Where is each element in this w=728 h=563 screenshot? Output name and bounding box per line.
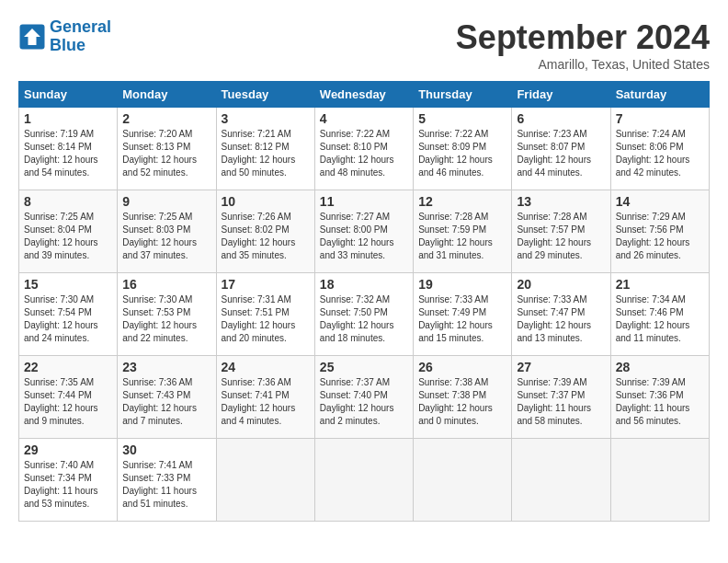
day-info: Sunrise: 7:20 AM Sunset: 8:13 PM Dayligh…	[122, 128, 210, 179]
calendar-week-row: 22 Sunrise: 7:35 AM Sunset: 7:44 PM Dayl…	[19, 356, 710, 439]
weekday-header: Friday	[512, 82, 610, 108]
logo-text: General Blue	[50, 18, 111, 55]
day-number: 7	[616, 111, 704, 126]
day-info: Sunrise: 7:23 AM Sunset: 8:07 PM Dayligh…	[517, 128, 605, 179]
day-info: Sunrise: 7:28 AM Sunset: 7:57 PM Dayligh…	[517, 211, 605, 262]
calendar-week-row: 29 Sunrise: 7:40 AM Sunset: 7:34 PM Dayl…	[19, 439, 710, 522]
calendar-day-cell	[414, 439, 512, 522]
day-number: 10	[222, 194, 310, 209]
day-info: Sunrise: 7:39 AM Sunset: 7:36 PM Dayligh…	[616, 376, 704, 428]
calendar-day-cell	[314, 439, 413, 522]
logo: General Blue	[18, 18, 111, 55]
day-info: Sunrise: 7:31 AM Sunset: 7:51 PM Dayligh…	[222, 293, 310, 345]
day-number: 9	[122, 194, 210, 209]
day-info: Sunrise: 7:28 AM Sunset: 7:59 PM Dayligh…	[418, 211, 506, 262]
calendar-day-cell: 21 Sunrise: 7:34 AM Sunset: 7:46 PM Dayl…	[610, 273, 709, 356]
calendar-week-row: 8 Sunrise: 7:25 AM Sunset: 8:04 PM Dayli…	[19, 190, 710, 273]
header-row: SundayMondayTuesdayWednesdayThursdayFrid…	[19, 82, 710, 108]
day-number: 4	[320, 111, 408, 126]
day-number: 18	[320, 277, 408, 292]
day-info: Sunrise: 7:27 AM Sunset: 8:00 PM Dayligh…	[320, 211, 408, 262]
day-info: Sunrise: 7:41 AM Sunset: 7:33 PM Dayligh…	[122, 459, 210, 511]
day-info: Sunrise: 7:38 AM Sunset: 7:38 PM Dayligh…	[418, 376, 506, 428]
weekday-header: Saturday	[610, 82, 709, 108]
calendar-day-cell: 9 Sunrise: 7:25 AM Sunset: 8:03 PM Dayli…	[118, 190, 216, 273]
calendar-day-cell: 13 Sunrise: 7:28 AM Sunset: 7:57 PM Dayl…	[512, 190, 610, 273]
calendar-day-cell: 19 Sunrise: 7:33 AM Sunset: 7:49 PM Dayl…	[414, 273, 512, 356]
calendar-day-cell: 10 Sunrise: 7:26 AM Sunset: 8:02 PM Dayl…	[216, 190, 314, 273]
day-info: Sunrise: 7:30 AM Sunset: 7:53 PM Dayligh…	[122, 293, 210, 345]
calendar-day-cell	[610, 439, 709, 522]
day-number: 11	[320, 194, 408, 209]
day-number: 19	[418, 277, 506, 292]
day-info: Sunrise: 7:32 AM Sunset: 7:50 PM Dayligh…	[320, 293, 408, 345]
weekday-header: Tuesday	[216, 82, 314, 108]
day-info: Sunrise: 7:34 AM Sunset: 7:46 PM Dayligh…	[616, 293, 704, 345]
weekday-header: Sunday	[19, 82, 118, 108]
calendar-day-cell: 24 Sunrise: 7:36 AM Sunset: 7:41 PM Dayl…	[216, 356, 314, 439]
day-info: Sunrise: 7:24 AM Sunset: 8:06 PM Dayligh…	[616, 128, 704, 179]
day-number: 12	[418, 194, 506, 209]
day-number: 1	[24, 111, 112, 126]
calendar-day-cell: 30 Sunrise: 7:41 AM Sunset: 7:33 PM Dayl…	[118, 439, 216, 522]
day-info: Sunrise: 7:36 AM Sunset: 7:43 PM Dayligh…	[122, 376, 210, 428]
day-info: Sunrise: 7:33 AM Sunset: 7:47 PM Dayligh…	[517, 293, 605, 345]
calendar-day-cell	[512, 439, 610, 522]
day-number: 28	[616, 360, 704, 374]
day-number: 21	[616, 277, 704, 292]
calendar-day-cell: 16 Sunrise: 7:30 AM Sunset: 7:53 PM Dayl…	[118, 273, 216, 356]
day-number: 24	[222, 360, 310, 374]
calendar-day-cell: 6 Sunrise: 7:23 AM Sunset: 8:07 PM Dayli…	[512, 108, 610, 190]
weekday-header: Wednesday	[314, 82, 413, 108]
day-number: 6	[517, 111, 605, 126]
day-number: 23	[122, 360, 210, 374]
day-info: Sunrise: 7:40 AM Sunset: 7:34 PM Dayligh…	[24, 459, 112, 511]
day-info: Sunrise: 7:26 AM Sunset: 8:02 PM Dayligh…	[222, 211, 310, 262]
weekday-header: Thursday	[414, 82, 512, 108]
day-number: 29	[24, 442, 112, 457]
day-number: 5	[418, 111, 506, 126]
calendar-day-cell: 1 Sunrise: 7:19 AM Sunset: 8:14 PM Dayli…	[19, 108, 118, 190]
page-header: General Blue September 2024 Amarillo, Te…	[18, 18, 710, 72]
calendar-week-row: 15 Sunrise: 7:30 AM Sunset: 7:54 PM Dayl…	[19, 273, 710, 356]
day-info: Sunrise: 7:30 AM Sunset: 7:54 PM Dayligh…	[24, 293, 112, 345]
calendar-day-cell: 17 Sunrise: 7:31 AM Sunset: 7:51 PM Dayl…	[216, 273, 314, 356]
day-number: 17	[222, 277, 310, 292]
day-info: Sunrise: 7:19 AM Sunset: 8:14 PM Dayligh…	[24, 128, 112, 179]
day-number: 27	[517, 360, 605, 374]
day-number: 14	[616, 194, 704, 209]
calendar-day-cell: 27 Sunrise: 7:39 AM Sunset: 7:37 PM Dayl…	[512, 356, 610, 439]
day-info: Sunrise: 7:36 AM Sunset: 7:41 PM Dayligh…	[222, 376, 310, 428]
calendar-day-cell: 15 Sunrise: 7:30 AM Sunset: 7:54 PM Dayl…	[19, 273, 118, 356]
day-number: 3	[222, 111, 310, 126]
calendar-day-cell: 7 Sunrise: 7:24 AM Sunset: 8:06 PM Dayli…	[610, 108, 709, 190]
title-block: September 2024 Amarillo, Texas, United S…	[456, 18, 710, 72]
day-number: 2	[122, 111, 210, 126]
calendar-day-cell: 20 Sunrise: 7:33 AM Sunset: 7:47 PM Dayl…	[512, 273, 610, 356]
day-info: Sunrise: 7:25 AM Sunset: 8:04 PM Dayligh…	[24, 211, 112, 262]
day-info: Sunrise: 7:39 AM Sunset: 7:37 PM Dayligh…	[517, 376, 605, 428]
day-info: Sunrise: 7:22 AM Sunset: 8:10 PM Dayligh…	[320, 128, 408, 179]
day-number: 20	[517, 277, 605, 292]
calendar-day-cell: 22 Sunrise: 7:35 AM Sunset: 7:44 PM Dayl…	[19, 356, 118, 439]
day-info: Sunrise: 7:35 AM Sunset: 7:44 PM Dayligh…	[24, 376, 112, 428]
calendar-day-cell: 5 Sunrise: 7:22 AM Sunset: 8:09 PM Dayli…	[414, 108, 512, 190]
weekday-header: Monday	[118, 82, 216, 108]
calendar-day-cell: 25 Sunrise: 7:37 AM Sunset: 7:40 PM Dayl…	[314, 356, 413, 439]
calendar-day-cell: 8 Sunrise: 7:25 AM Sunset: 8:04 PM Dayli…	[19, 190, 118, 273]
calendar-day-cell: 11 Sunrise: 7:27 AM Sunset: 8:00 PM Dayl…	[314, 190, 413, 273]
logo-icon	[18, 23, 46, 51]
day-number: 8	[24, 194, 112, 209]
calendar-day-cell: 4 Sunrise: 7:22 AM Sunset: 8:10 PM Dayli…	[314, 108, 413, 190]
day-info: Sunrise: 7:25 AM Sunset: 8:03 PM Dayligh…	[122, 211, 210, 262]
location: Amarillo, Texas, United States	[456, 57, 710, 72]
month-title: September 2024	[456, 18, 710, 57]
day-number: 13	[517, 194, 605, 209]
calendar-day-cell: 18 Sunrise: 7:32 AM Sunset: 7:50 PM Dayl…	[314, 273, 413, 356]
day-number: 30	[122, 442, 210, 457]
day-info: Sunrise: 7:37 AM Sunset: 7:40 PM Dayligh…	[320, 376, 408, 428]
calendar-day-cell: 2 Sunrise: 7:20 AM Sunset: 8:13 PM Dayli…	[118, 108, 216, 190]
calendar-day-cell: 29 Sunrise: 7:40 AM Sunset: 7:34 PM Dayl…	[19, 439, 118, 522]
day-number: 26	[418, 360, 506, 374]
day-info: Sunrise: 7:29 AM Sunset: 7:56 PM Dayligh…	[616, 211, 704, 262]
